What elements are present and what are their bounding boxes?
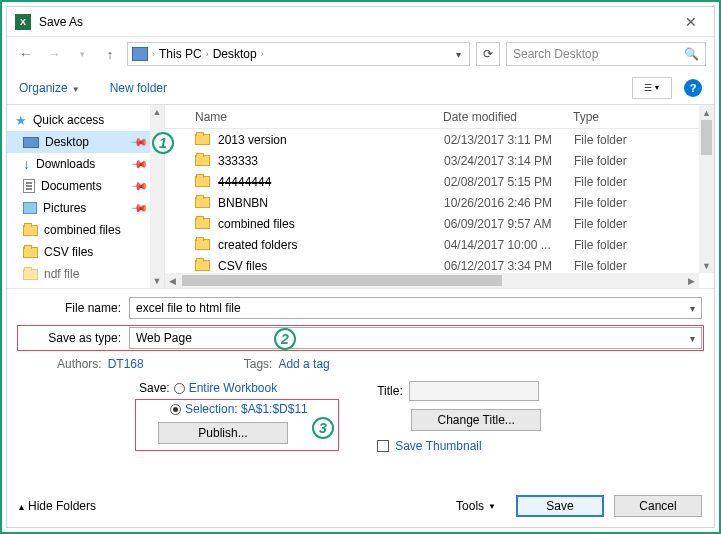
- folder-icon: [195, 239, 210, 250]
- horizontal-scrollbar[interactable]: ◀ ▶: [165, 273, 699, 288]
- back-button[interactable]: ←: [15, 46, 37, 62]
- file-date: 06/12/2017 3:34 PM: [444, 259, 574, 273]
- file-date: 03/24/2017 3:14 PM: [444, 154, 574, 168]
- title-label: Title:: [377, 384, 403, 398]
- file-type: File folder: [574, 133, 627, 147]
- scroll-left-icon[interactable]: ◀: [165, 276, 180, 286]
- file-name: 44444444: [218, 175, 444, 189]
- organize-menu[interactable]: Organize▼: [19, 81, 80, 95]
- bottom-panel: File name: excel file to html file ▾ Sav…: [7, 288, 714, 527]
- breadcrumb-location[interactable]: Desktop: [213, 47, 257, 61]
- pin-icon: 📌: [129, 154, 148, 173]
- folder-icon: [195, 134, 210, 145]
- file-type: File folder: [574, 259, 627, 273]
- breadcrumb-dropdown[interactable]: ▾: [452, 49, 465, 60]
- cancel-button[interactable]: Cancel: [614, 495, 702, 517]
- file-date: 10/26/2016 2:46 PM: [444, 196, 574, 210]
- radio-selection[interactable]: [170, 404, 181, 415]
- file-name: 2013 version: [218, 133, 444, 147]
- chevron-right-icon[interactable]: ›: [206, 49, 209, 59]
- sidebar-scrollbar[interactable]: ▲ ▼: [150, 105, 164, 288]
- folder-icon: [195, 155, 210, 166]
- sidebar-item-desktop[interactable]: Desktop 📌: [7, 131, 164, 153]
- forward-button[interactable]: →: [43, 46, 65, 62]
- save-button[interactable]: Save: [516, 495, 604, 517]
- publish-button[interactable]: Publish...: [158, 422, 288, 444]
- scroll-down-icon[interactable]: ▼: [699, 258, 714, 273]
- col-name[interactable]: Name: [195, 110, 443, 124]
- pin-icon: 📌: [129, 198, 148, 217]
- sidebar-item-csv[interactable]: CSV files: [7, 241, 164, 263]
- up-button[interactable]: ↑: [99, 47, 121, 62]
- file-row[interactable]: combined files06/09/2017 9:57 AMFile fol…: [165, 213, 714, 234]
- sidebar-item-pictures[interactable]: Pictures 📌: [7, 197, 164, 219]
- sidebar-item-pdf[interactable]: ndf file: [7, 263, 164, 285]
- selection-label: Selection: $A$1:$D$11: [185, 402, 308, 416]
- documents-icon: [23, 179, 35, 193]
- col-date[interactable]: Date modified: [443, 110, 573, 124]
- pictures-icon: [23, 202, 37, 214]
- save-thumbnail-label: Save Thumbnail: [395, 439, 482, 453]
- save-thumbnail-checkbox[interactable]: [377, 440, 389, 452]
- new-folder-button[interactable]: New folder: [110, 81, 167, 95]
- tools-menu[interactable]: Tools ▼: [456, 499, 496, 513]
- sidebar: ★ Quick access Desktop 📌 ↓ Downloads 📌 D…: [7, 105, 165, 288]
- search-placeholder: Search Desktop: [513, 47, 598, 61]
- help-button[interactable]: ?: [684, 79, 702, 97]
- folder-icon: [23, 269, 38, 280]
- sidebar-item-quick-access[interactable]: ★ Quick access: [7, 109, 164, 131]
- sidebar-item-combined[interactable]: combined files: [7, 219, 164, 241]
- breadcrumb-pc[interactable]: This PC: [159, 47, 202, 61]
- excel-icon: X: [15, 14, 31, 30]
- title-input[interactable]: [409, 381, 539, 401]
- column-headers: Name Date modified Type: [165, 105, 714, 129]
- file-name: BNBNBN: [218, 196, 444, 210]
- chevron-down-icon[interactable]: ▾: [690, 333, 695, 344]
- file-name: 333333: [218, 154, 444, 168]
- filename-input[interactable]: excel file to html file ▾: [129, 297, 702, 319]
- refresh-button[interactable]: ⟳: [476, 42, 500, 66]
- recent-dropdown[interactable]: ▾: [71, 49, 93, 59]
- title-bar: X Save As ✕: [7, 7, 714, 37]
- authors-value[interactable]: DT168: [108, 357, 144, 371]
- scroll-up-icon[interactable]: ▲: [150, 105, 164, 119]
- radio-entire-workbook[interactable]: [174, 383, 185, 394]
- chevron-right-icon[interactable]: ›: [261, 49, 264, 59]
- chevron-down-icon[interactable]: ▾: [690, 303, 695, 314]
- hide-folders-button[interactable]: ▴ Hide Folders: [19, 499, 96, 513]
- scroll-thumb[interactable]: [701, 120, 712, 155]
- folder-icon: [195, 218, 210, 229]
- save-as-dialog: X Save As ✕ ← → ▾ ↑ › This PC › Desktop …: [6, 6, 715, 528]
- file-row[interactable]: created folders04/14/2017 10:00 ...File …: [165, 234, 714, 255]
- file-date: 02/13/2017 3:11 PM: [444, 133, 574, 147]
- save-type-select[interactable]: Web Page ▾: [129, 327, 702, 349]
- sidebar-item-documents[interactable]: Documents 📌: [7, 175, 164, 197]
- file-type: File folder: [574, 196, 627, 210]
- scroll-thumb[interactable]: [182, 275, 502, 286]
- breadcrumb[interactable]: › This PC › Desktop › ▾: [127, 42, 470, 66]
- folder-icon: [195, 176, 210, 187]
- scroll-right-icon[interactable]: ▶: [684, 276, 699, 286]
- file-row[interactable]: BNBNBN10/26/2016 2:46 PMFile folder: [165, 192, 714, 213]
- file-row[interactable]: 4444444402/08/2017 5:15 PMFile folder: [165, 171, 714, 192]
- close-button[interactable]: ✕: [676, 14, 706, 30]
- sidebar-item-downloads[interactable]: ↓ Downloads 📌: [7, 153, 164, 175]
- file-type: File folder: [574, 217, 627, 231]
- authors-label: Authors:: [57, 357, 102, 371]
- desktop-icon: [23, 137, 39, 148]
- toolbar: Organize▼ New folder ☰▼ ?: [7, 71, 714, 105]
- file-row[interactable]: 33333303/24/2017 3:14 PMFile folder: [165, 150, 714, 171]
- col-type[interactable]: Type: [573, 110, 714, 124]
- vertical-scrollbar[interactable]: ▲ ▼: [699, 105, 714, 273]
- scroll-up-icon[interactable]: ▲: [699, 105, 714, 120]
- pc-icon: [132, 47, 148, 61]
- pin-icon: 📌: [129, 132, 148, 151]
- file-row[interactable]: 2013 version02/13/2017 3:11 PMFile folde…: [165, 129, 714, 150]
- change-title-button[interactable]: Change Title...: [411, 409, 541, 431]
- chevron-down-icon: ▼: [488, 502, 496, 511]
- search-input[interactable]: Search Desktop 🔍: [506, 42, 706, 66]
- chevron-right-icon[interactable]: ›: [152, 49, 155, 59]
- view-options-button[interactable]: ☰▼: [632, 77, 672, 99]
- scroll-down-icon[interactable]: ▼: [150, 274, 164, 288]
- tags-value[interactable]: Add a tag: [278, 357, 329, 371]
